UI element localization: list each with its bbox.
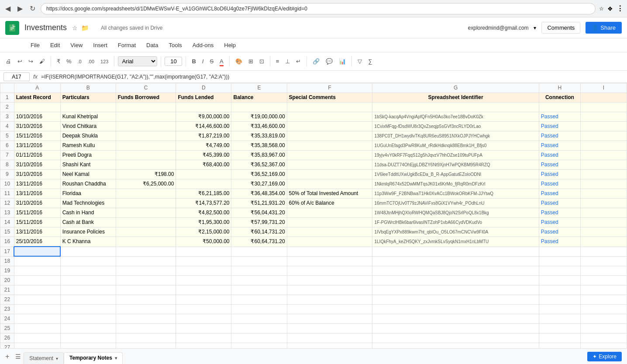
cell-c-11[interactable]	[116, 189, 176, 199]
redo-button[interactable]: ↪	[26, 56, 35, 66]
cell-f-3[interactable]	[287, 112, 372, 122]
cell-h-7[interactable]: Passed	[539, 151, 580, 160]
cell-col6-26[interactable]	[287, 333, 372, 343]
tab-statement[interactable]: Statement ▾	[24, 352, 64, 364]
cell-col6-18[interactable]	[287, 256, 372, 266]
cell-col7-22[interactable]	[372, 295, 539, 304]
cell-col9-27[interactable]	[581, 343, 627, 348]
add-sheet-button[interactable]: +	[2, 351, 13, 362]
cell-i-15[interactable]	[581, 227, 627, 237]
cell-c2[interactable]	[116, 103, 176, 112]
menu-tools[interactable]: Tools	[164, 40, 186, 50]
cell-col8-27[interactable]	[539, 343, 580, 348]
cell-b-15[interactable]: Insurance Policies	[60, 227, 116, 237]
cell-col2-19[interactable]	[60, 266, 116, 275]
comments-button[interactable]: Comments	[541, 22, 580, 34]
cell-c-4[interactable]	[116, 122, 176, 131]
cell-g-5[interactable]: 138PC0T_DH1wydlvTKq8UR6euS8951NXkOJPJYHC…	[372, 131, 539, 141]
cell-h-13[interactable]: Passed	[539, 208, 580, 218]
cell-col1-24[interactable]	[14, 314, 60, 323]
paint-format-button[interactable]: 🖌	[37, 56, 47, 66]
cell-col5-25[interactable]	[231, 323, 287, 333]
cell-g-8[interactable]: 11dsa-DUZT74OhEjgLDBZY6Nt9XjnH7wPQKBM95R…	[372, 160, 539, 170]
cell-a-7[interactable]: 01/11/2016	[14, 151, 60, 160]
cell-h-6[interactable]: Passed	[539, 141, 580, 151]
cell-e-9[interactable]: ₹36,52,169.00	[231, 170, 287, 179]
cell-col2-24[interactable]	[60, 314, 116, 323]
cell-h-3[interactable]: Passed	[539, 112, 580, 122]
cell-a2[interactable]	[14, 103, 60, 112]
cell-d-3[interactable]: ₹9,00,000.00	[176, 112, 231, 122]
cell-col2-18[interactable]	[60, 256, 116, 266]
filter-button[interactable]: ▽	[355, 56, 364, 66]
cell-h1[interactable]: Connection	[539, 93, 580, 103]
cell-col3-19[interactable]	[116, 266, 176, 275]
cell-col3-18[interactable]	[116, 256, 176, 266]
cell-f-10[interactable]	[287, 179, 372, 189]
cell-col4-18[interactable]	[176, 256, 231, 266]
cell-e-11[interactable]: ₹36,48,354.00	[231, 189, 287, 199]
cell-col8-25[interactable]	[539, 323, 580, 333]
cell-f-9[interactable]	[287, 170, 372, 179]
cell-i-16[interactable]	[581, 237, 627, 247]
cell-f-8[interactable]	[287, 160, 372, 170]
cell-col1-27[interactable]	[14, 343, 60, 348]
cell-col4-24[interactable]	[176, 314, 231, 323]
strikethrough-button[interactable]: S	[207, 56, 216, 66]
cell-col7-23[interactable]	[372, 304, 539, 314]
cell-col1-18[interactable]	[14, 256, 60, 266]
cell-col2-23[interactable]	[60, 304, 116, 314]
cell-i-3[interactable]	[581, 112, 627, 122]
cell-c-12[interactable]	[116, 199, 176, 208]
cell-col5-23[interactable]	[231, 304, 287, 314]
cell-i-5[interactable]	[581, 131, 627, 141]
cell-d-13[interactable]: ₹4,82,500.00	[176, 208, 231, 218]
cell-b-4[interactable]: Vinod Chitkara	[60, 122, 116, 131]
share-button[interactable]: 👤 Share	[586, 22, 622, 34]
menu-view[interactable]: View	[66, 40, 87, 50]
cell-h-9[interactable]: Passed	[539, 170, 580, 179]
cell-col4-27[interactable]	[176, 343, 231, 348]
cell-c-8[interactable]	[116, 160, 176, 170]
cell-i-4[interactable]	[581, 122, 627, 131]
cell-col2-25[interactable]	[60, 323, 116, 333]
cell-col8-24[interactable]	[539, 314, 580, 323]
cell-g-13[interactable]: 1W48JtnMHjhQXIoRWHQMQaSBJ8QjoN2SrlPoQL8x…	[372, 208, 539, 218]
cell-e-13[interactable]: ₹56,04,431.20	[231, 208, 287, 218]
cell-e-8[interactable]: ₹36,52,367.00	[231, 160, 287, 170]
forward-button[interactable]: ▶	[16, 3, 24, 14]
format-123-button[interactable]: 123	[98, 57, 110, 66]
cell-i2[interactable]	[581, 103, 627, 112]
cell-h-12[interactable]: Passed	[539, 199, 580, 208]
cell-f-16[interactable]	[287, 237, 372, 247]
menu-help[interactable]: Help	[220, 40, 240, 50]
cell-col1-23[interactable]	[14, 304, 60, 314]
cell-col9-18[interactable]	[581, 256, 627, 266]
cell-h-15[interactable]: Passed	[539, 227, 580, 237]
cell-f2[interactable]	[287, 103, 372, 112]
cell-col4-26[interactable]	[176, 333, 231, 343]
cell-b-16[interactable]: K C Khanna	[60, 237, 116, 247]
col-f-header[interactable]: F	[287, 83, 372, 93]
cell-d-10[interactable]	[176, 179, 231, 189]
cell-col8-26[interactable]	[539, 333, 580, 343]
cell-g-14[interactable]: 1F-PGWrclHBk6bar6lvasINTZohP1vbA66CydVDK…	[372, 218, 539, 227]
cell-f-7[interactable]	[287, 151, 372, 160]
cell-d-4[interactable]: ₹14,46,600.00	[176, 122, 231, 131]
cell-col3-23[interactable]	[116, 304, 176, 314]
cell-i-13[interactable]	[581, 208, 627, 218]
cell-c-10[interactable]: ₹6,25,000.00	[116, 179, 176, 189]
cell-c-5[interactable]	[116, 131, 176, 141]
cell-c-17[interactable]	[116, 247, 176, 256]
cell-b-12[interactable]: Mad Technologies	[60, 199, 116, 208]
cell-col2-26[interactable]	[60, 333, 116, 343]
cell-g-15[interactable]: 1IVbqEgYXPx889kwm7ht_qblOu_O5LO67mCNCVw9…	[372, 227, 539, 237]
cell-b-11[interactable]: Floridaa	[60, 189, 116, 199]
cell-i1[interactable]	[581, 93, 627, 103]
formula-input[interactable]	[41, 74, 624, 80]
cell-col8-23[interactable]	[539, 304, 580, 314]
star-icon[interactable]: ☆	[72, 24, 78, 31]
menu-data[interactable]: Data	[142, 40, 162, 50]
col-b-header[interactable]: B	[60, 83, 116, 93]
cell-b-7[interactable]: Preeti Dogra	[60, 151, 116, 160]
